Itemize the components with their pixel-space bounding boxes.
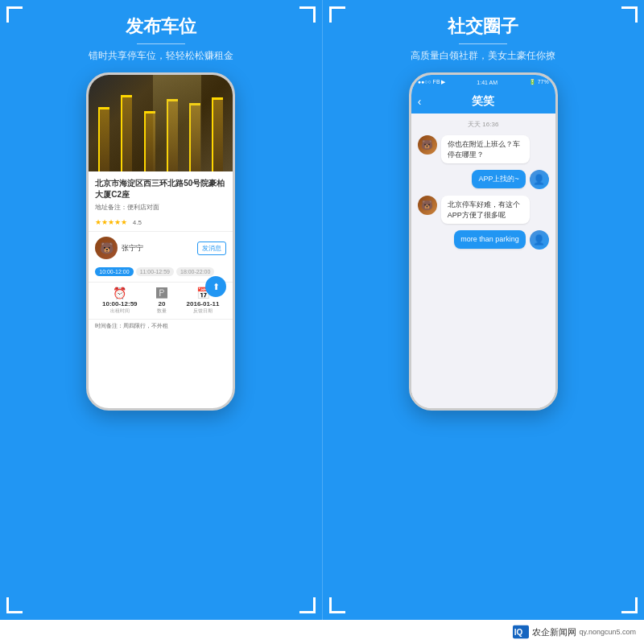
info-date-label: 反馈日期 <box>193 308 213 315</box>
info-item-time: ⏰ 10:00-12:59 出租时间 <box>102 287 138 315</box>
message-button[interactable]: 发消息 <box>197 242 226 255</box>
note-text: 时间备注：周四限行，不外租 <box>89 319 233 332</box>
rating: 4.5 <box>133 219 142 226</box>
info-count-label: 数量 <box>157 308 167 315</box>
corner-tl-right <box>329 6 345 23</box>
watermark-url: qy.nongcun5.com <box>580 628 636 636</box>
statusbar-left: ●●○○ FB ▶ <box>418 79 446 85</box>
panel-left-subtitle: 错时共享停车位，轻轻松松赚租金 <box>89 49 233 63</box>
chat-bubble-3: 北京停车好难，有这个APP方便了很多呢 <box>441 196 530 224</box>
panels-row: 发布车位 错时共享停车位，轻轻松松赚租金 <box>0 0 644 620</box>
avatar-left-1: 🐻 <box>418 135 437 155</box>
time-slot-2[interactable]: 11:00-12:59 <box>136 267 174 276</box>
watermark-sitename: 农企新闻网 <box>532 626 576 638</box>
panel-right-divider <box>459 43 507 44</box>
parking-col <box>98 107 109 171</box>
iq-icon: IQ <box>513 625 529 639</box>
chat-timestamp: 天天 16:36 <box>418 120 549 129</box>
info-time-value: 10:00-12:59 <box>102 300 138 308</box>
info-item-count: 🅿 20 数量 <box>156 287 167 315</box>
parking-image <box>89 75 233 171</box>
status-bar: ●●○○ FB ▶ 1:41 AM 🔋 77% <box>411 75 555 89</box>
avatar-right-4: 👤 <box>530 230 549 250</box>
stars: ★★★★★ <box>95 218 127 226</box>
time-slot-1[interactable]: 10:00-12:00 <box>95 267 133 276</box>
corner-bl-right <box>329 597 345 613</box>
corner-tl <box>6 6 23 23</box>
panel-left-title: 发布车位 <box>126 14 196 39</box>
avatar-right-2: 👤 <box>530 170 549 189</box>
parking-col <box>189 103 200 171</box>
panel-left: 发布车位 错时共享停车位，轻轻松松赚租金 <box>0 0 323 620</box>
chat-body: 天天 16:36 🐻 你也在附近上班么？车停在哪里？ 👤 APP上找的~ 🐻 <box>411 114 555 408</box>
parking-col <box>212 97 223 171</box>
back-button[interactable]: ‹ <box>418 95 422 108</box>
watermark-icon: IQ <box>513 625 529 639</box>
statusbar-right: 🔋 77% <box>529 79 549 85</box>
host-name: 张宁宁 <box>122 243 197 254</box>
chat-navbar: ‹ 笑笑 <box>411 89 555 114</box>
corner-br <box>299 597 316 613</box>
panel-right-subtitle: 高质量白领社群，美女土豪任你撩 <box>411 49 555 63</box>
chat-bubble-2: APP上找的~ <box>472 170 525 188</box>
chat-message-1: 🐻 你也在附近上班么？车停在哪里？ <box>418 135 549 163</box>
parking-col <box>121 95 132 171</box>
phone-mockup-right: ●●○○ FB ▶ 1:41 AM 🔋 77% ‹ 笑笑 天天 16:36 🐻 … <box>409 72 558 411</box>
host-row: 🐻 张宁宁 发消息 <box>89 231 233 264</box>
main-container: 发布车位 错时共享停车位，轻轻松松赚租金 <box>0 0 644 644</box>
chat-bubble-4: more than parking <box>454 230 526 249</box>
parking-address: 北京市海淀区西三环北路50号院豪柏大厦C2座 <box>95 178 226 200</box>
corner-bl <box>6 597 23 613</box>
parking-col <box>144 111 155 171</box>
parking-info: 北京市海淀区西三环北路50号院豪柏大厦C2座 地址备注：便利店对面 ★★★★★ … <box>89 171 233 231</box>
clock-icon: ⏰ <box>113 287 126 299</box>
bottom-bar: IQ 农企新闻网 qy.nongcun5.com <box>0 620 644 644</box>
panel-left-divider <box>137 43 185 44</box>
parking-col <box>167 99 178 171</box>
avatar-left-3: 🐻 <box>418 196 437 215</box>
parking-detail: 地址备注：便利店对面 <box>95 203 226 212</box>
corner-tr <box>299 6 316 23</box>
corner-tr-right <box>621 6 638 23</box>
info-time-label: 出租时间 <box>110 308 130 315</box>
chat-message-4: 👤 more than parking <box>418 230 549 250</box>
panel-right-title: 社交圈子 <box>448 14 518 39</box>
host-avatar: 🐻 <box>95 237 118 259</box>
chat-bubble-1: 你也在附近上班么？车停在哪里？ <box>441 135 530 163</box>
parking-icon: 🅿 <box>156 287 167 299</box>
phone-mockup-left: 北京市海淀区西三环北路50号院豪柏大厦C2座 地址备注：便利店对面 ★★★★★ … <box>86 72 235 411</box>
rating-row: ★★★★★ 4.5 <box>95 213 226 228</box>
chat-title: 笑笑 <box>472 94 494 109</box>
corner-br-right <box>621 597 638 613</box>
chat-message-3: 🐻 北京停车好难，有这个APP方便了很多呢 <box>418 196 549 224</box>
time-slot-3[interactable]: 18:00-22:00 <box>176 267 214 276</box>
info-count-value: 20 <box>159 300 166 308</box>
watermark: IQ 农企新闻网 qy.nongcun5.com <box>513 625 636 639</box>
parking-columns <box>89 75 233 171</box>
info-date-value: 2016-01-11 <box>187 300 220 308</box>
chat-message-2: 👤 APP上找的~ <box>418 170 549 189</box>
panel-right: 社交圈子 高质量白领社群，美女土豪任你撩 ●●○○ FB ▶ 1:41 AM 🔋… <box>323 0 645 620</box>
statusbar-time: 1:41 AM <box>477 80 497 85</box>
svg-text:IQ: IQ <box>514 628 522 637</box>
